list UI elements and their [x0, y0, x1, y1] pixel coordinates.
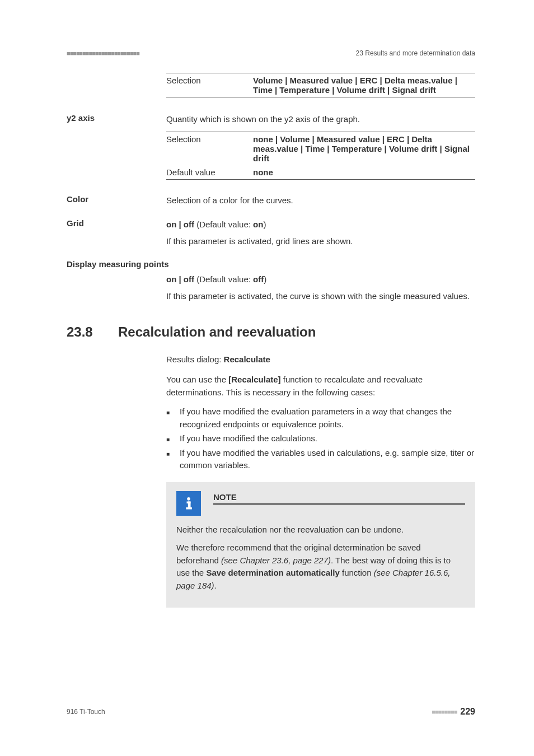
page-number: 229: [460, 707, 475, 717]
color-desc: Selection of a color for the curves.: [166, 194, 475, 207]
selection-top-value: Volume | Measured value | ERC | Delta me…: [253, 76, 457, 95]
y2axis-heading: y2 axis: [67, 113, 166, 123]
section-heading-row: 23.8 Recalculation and reevaluation: [67, 324, 475, 340]
svg-rect-3: [186, 507, 192, 510]
grid-default-val: on: [253, 220, 263, 229]
note-label: NOTE: [213, 492, 465, 502]
bullet-text-2: If you have modified the calculations.: [180, 432, 317, 445]
dmp-on-off: on | off: [166, 274, 194, 284]
grid-heading: Grid: [67, 218, 166, 228]
y2-sel-label: Selection: [166, 134, 253, 163]
page-footer: 916 Ti-Touch ■■■■■■■■ 229: [67, 707, 475, 717]
dmp-default-val: off: [253, 274, 264, 284]
color-heading: Color: [67, 194, 166, 204]
grid-options: on | off (Default value: on): [166, 218, 475, 231]
note-2e: function: [340, 568, 374, 577]
dialog-bold: Recalculate: [224, 354, 270, 364]
y2-def-label: Default value: [166, 167, 253, 177]
dmp-heading: Display measuring points: [67, 259, 475, 269]
selection-top-label: Selection: [166, 76, 253, 95]
y2axis-desc: Quantity which is shown on the y2 axis o…: [166, 113, 475, 126]
section-intro: You can use the [Recalculate] function t…: [166, 374, 475, 399]
header-dots-left: ■■■■■■■■■■■■■■■■■■■■■■■: [67, 50, 139, 57]
bullet-list: ■ If you have modified the evaluation pa…: [166, 405, 475, 472]
grid-close-paren: ): [263, 220, 266, 229]
footer-dots: ■■■■■■■■: [432, 708, 457, 715]
note-2b: (see Chapter 23.6, page 227): [221, 556, 331, 565]
svg-point-0: [187, 497, 190, 501]
bullet-icon: ■: [166, 432, 180, 445]
dmp-default-text: (Default value:: [194, 274, 253, 284]
note-divider: [213, 503, 465, 505]
list-item: ■ If you have modified the evaluation pa…: [166, 405, 475, 431]
section-title: Recalculation and reevaluation: [118, 324, 316, 340]
selection-top-table: Selection Volume | Measured value | ERC …: [166, 73, 475, 97]
bullet-icon: ■: [166, 447, 180, 472]
note-text-2: We therefore recommend that the original…: [176, 542, 465, 592]
header-chapter: 23 Results and more determination data: [356, 49, 475, 57]
grid-default-text: (Default value:: [194, 220, 253, 229]
info-icon: [176, 491, 201, 516]
y2axis-table: Selection none | Volume | Measured value…: [166, 132, 475, 180]
y2-sel-value: none | Volume | Measured value | ERC | D…: [253, 134, 470, 163]
dmp-options: on | off (Default value: off): [166, 273, 475, 286]
section-number: 23.8: [67, 324, 118, 340]
dmp-close-paren: ): [264, 274, 266, 284]
note-text-1: Neither the recalculation nor the reeval…: [176, 524, 465, 536]
footer-product: 916 Ti-Touch: [67, 708, 105, 716]
bullet-icon: ■: [166, 405, 180, 431]
bullet-text-3: If you have modified the variables used …: [180, 447, 475, 472]
results-dialog-line: Results dialog: Recalculate: [166, 353, 475, 366]
intro-bold: [Recalculate]: [228, 375, 280, 384]
dmp-desc: If this parameter is activated, the curv…: [166, 290, 475, 303]
bullet-text-1: If you have modified the evaluation para…: [180, 405, 475, 431]
note-2g: .: [214, 581, 217, 590]
page-header: ■■■■■■■■■■■■■■■■■■■■■■■ 23 Results and m…: [67, 49, 475, 57]
list-item: ■ If you have modified the calculations.: [166, 432, 475, 445]
note-callout: NOTE Neither the recalculation nor the r…: [166, 482, 475, 608]
grid-on-off: on | off: [166, 220, 194, 229]
list-item: ■ If you have modified the variables use…: [166, 447, 475, 472]
dialog-prefix: Results dialog:: [166, 354, 224, 364]
intro-p1: You can use the: [166, 375, 228, 384]
grid-desc: If this parameter is activated, grid lin…: [166, 235, 475, 248]
y2-def-value: none: [253, 167, 273, 177]
note-2d: Save determination automatically: [206, 568, 339, 577]
